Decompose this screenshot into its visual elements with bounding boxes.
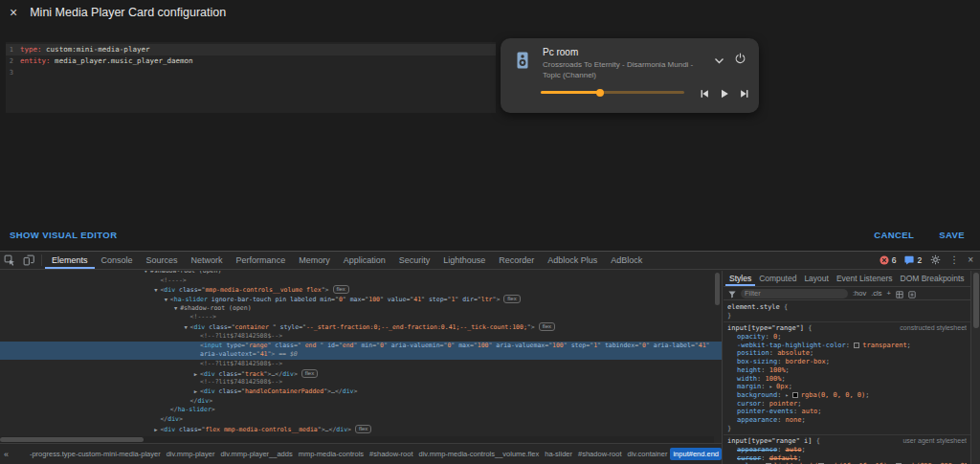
css-property[interactable]: cursor: pointer; (727, 400, 967, 409)
kebab-menu-icon[interactable]: ⋮ (949, 255, 959, 265)
power-icon[interactable] (734, 51, 746, 68)
devtools-tab-security[interactable]: Security (392, 252, 437, 269)
settings-gear-icon[interactable] (930, 252, 941, 269)
expand-arrow-icon[interactable]: ▶ (191, 370, 200, 379)
css-property[interactable]: pointer-events: auto; (727, 408, 967, 416)
css-property[interactable]: height: 100%; (727, 366, 967, 375)
breadcrumb-item[interactable]: ha-slider (542, 448, 575, 460)
editor-line[interactable]: 3 (6, 67, 496, 78)
save-button[interactable]: SAVE (939, 230, 965, 240)
dom-tree-row[interactable]: <!----> (0, 276, 722, 286)
dom-tree-row[interactable]: aria-valuetext="41"> == $0 (0, 350, 722, 360)
progress-thumb[interactable] (596, 89, 604, 97)
css-property[interactable]: appearance: auto; (727, 446, 967, 454)
dom-tree-row[interactable]: ▼<div class="container " style="--_start… (0, 322, 722, 332)
devtools-tab-performance[interactable]: Performance (230, 252, 293, 269)
dom-tree-row[interactable]: ▶<div class="track">…</div>flex (0, 369, 722, 379)
expand-arrow-icon[interactable]: ▸ (786, 391, 792, 398)
css-property[interactable]: opacity: 0; (727, 333, 967, 342)
stylesheet-origin[interactable]: constructed stylesheet (900, 324, 967, 333)
css-property[interactable]: margin: ▸ 0px; (727, 383, 967, 391)
dom-tree-row[interactable]: <!--?lit$748142508$--> (0, 332, 722, 342)
devtools-tab-memory[interactable]: Memory (292, 252, 337, 269)
inspect-element-icon[interactable] (0, 252, 19, 269)
breadcrumb-item[interactable]: div.mmp-media-controls__volume.flex (416, 448, 543, 460)
flex-badge[interactable]: flex (301, 369, 318, 378)
css-property[interactable]: position: absolute; (727, 349, 967, 358)
css-property[interactable]: cursor: default; (727, 454, 967, 463)
elements-vertical-scrollbar[interactable] (715, 273, 720, 305)
show-visual-editor-button[interactable]: SHOW VISUAL EDITOR (10, 230, 117, 240)
filter-toggle[interactable]: :hov (853, 289, 866, 298)
filter-toggle[interactable]: .cls (871, 289, 881, 298)
breadcrumb-item[interactable]: #shadow-root (575, 448, 624, 460)
expand-arrow-icon[interactable]: ▼ (171, 304, 180, 314)
dom-tree-row[interactable]: ▶<div class="flex mmp-media-controls__me… (0, 425, 722, 434)
breadcrumb-back-icon[interactable]: « (0, 444, 12, 464)
flex-badge[interactable]: flex (539, 322, 555, 331)
yaml-code-editor[interactable]: 1type: custom:mini-media-player2entity: … (6, 42, 496, 113)
dom-tree-row[interactable]: <!--?lit$748142508$--> (0, 360, 722, 369)
styles-tab-computed[interactable]: Computed (755, 271, 800, 286)
editor-line[interactable]: 1type: custom:mini-media-player (6, 44, 496, 55)
styles-filter-input[interactable]: Filter (741, 289, 848, 298)
styles-tab-dom-breakpoints[interactable]: DOM Breakpoints (897, 271, 969, 286)
css-property[interactable]: width: 100%; (727, 375, 967, 384)
devtools-tab-console[interactable]: Console (95, 252, 140, 269)
devtools-tab-lighthouse[interactable]: Lighthouse (436, 252, 492, 269)
expand-arrow-icon[interactable]: ▼ (182, 323, 190, 332)
styles-vertical-scrollbar[interactable] (970, 271, 980, 464)
devtools-tab-network[interactable]: Network (185, 252, 230, 269)
device-toolbar-icon[interactable] (19, 252, 38, 269)
chevron-down-icon[interactable] (714, 52, 724, 69)
previous-track-icon[interactable] (699, 86, 710, 103)
dom-tree-row[interactable]: ▼#shadow-root (open) (0, 304, 722, 314)
cancel-button[interactable]: CANCEL (874, 230, 914, 240)
dom-tree-row[interactable]: </div> (0, 397, 722, 407)
breadcrumb-item[interactable]: -progress.type-custom-mini-media-player (27, 448, 164, 460)
dom-tree-row[interactable]: ▶<div class="handleContainerPadded">…</d… (0, 387, 722, 397)
close-dialog-icon[interactable]: × (10, 6, 17, 19)
filter-toggle[interactable]: + (886, 289, 890, 298)
scrollbar-thumb[interactable] (973, 273, 979, 328)
css-selector[interactable]: element.style (727, 303, 780, 311)
issues-badge[interactable]: 2 (904, 255, 922, 265)
grid-badge-icon[interactable] (896, 285, 903, 302)
stylesheet-origin[interactable]: user agent stylesheet (902, 437, 967, 446)
next-track-icon[interactable] (739, 86, 750, 103)
breadcrumb-item[interactable]: div.container (624, 448, 670, 460)
breadcrumb-item[interactable]: mmp-media-controls (296, 448, 367, 460)
expand-arrow-icon[interactable]: ▶ (191, 387, 200, 397)
css-property[interactable]: box-sizing: border-box; (727, 358, 967, 366)
elements-horizontal-scrollbar[interactable] (0, 436, 714, 443)
dom-tree-row[interactable]: <!----> (0, 313, 722, 322)
scrollbar-thumb[interactable] (0, 437, 144, 442)
dom-tree-row[interactable]: </div> (0, 415, 722, 425)
breadcrumb-item[interactable]: div.mmp-player (164, 448, 218, 460)
devtools-tab-recorder[interactable]: Recorder (492, 252, 541, 269)
css-selector[interactable]: input[type="range" i] (727, 437, 813, 445)
dom-tree-row[interactable]: ▼<div class="mmp-media-controls__volume … (0, 285, 722, 295)
expand-arrow-icon[interactable]: ▼ (142, 271, 150, 276)
css-property[interactable]: -webkit-tap-highlight-color: transparent… (727, 342, 967, 350)
flex-badge[interactable]: flex (333, 285, 349, 294)
breadcrumb-item[interactable]: input#end.end (670, 448, 722, 460)
play-icon[interactable] (719, 86, 730, 103)
breadcrumb-item[interactable]: #shadow-root (367, 448, 415, 460)
styles-tab-layout[interactable]: Layout (800, 271, 833, 286)
flex-badge[interactable]: flex (503, 295, 520, 303)
css-property[interactable]: background: ▸ rgba(0, 0, 0, 0); (727, 391, 967, 400)
volume-slider[interactable] (541, 91, 684, 94)
dom-tree-row[interactable]: </ha-slider> (0, 406, 722, 415)
devtools-tab-sources[interactable]: Sources (140, 252, 185, 269)
devtools-tab-application[interactable]: Application (337, 252, 392, 269)
speaker-icon[interactable] (513, 51, 532, 74)
color-swatch[interactable] (854, 342, 859, 348)
css-selector[interactable]: input[type="range"] (727, 324, 804, 332)
close-devtools-icon[interactable]: × (968, 255, 973, 265)
devtools-tab-elements[interactable]: Elements (45, 252, 95, 269)
flex-badge[interactable]: flex (355, 425, 371, 433)
dom-tree-row[interactable]: ▼<ha-slider ignore-bar-touch pin labeled… (0, 295, 722, 304)
css-property[interactable]: appearance: none; (727, 416, 967, 425)
devtools-tab-adblock[interactable]: AdBlock (604, 252, 649, 269)
